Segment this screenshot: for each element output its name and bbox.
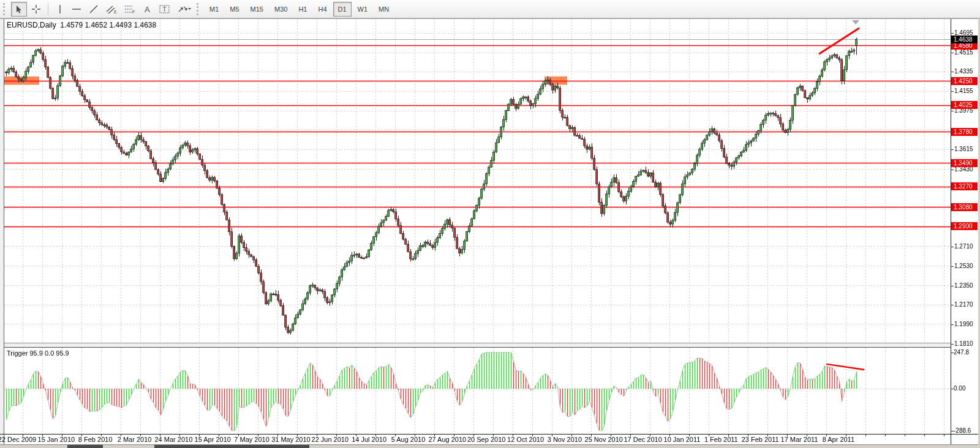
timeframe-w1-button[interactable]: W1	[353, 2, 373, 17]
chart-canvas[interactable]	[0, 0, 980, 448]
text-icon: A	[143, 4, 152, 14]
cursor-icon	[14, 4, 24, 14]
price-tick-label: 1.4515	[954, 49, 973, 56]
bid-price-label: 1.4638	[951, 35, 978, 43]
svg-text:F: F	[132, 10, 135, 14]
price-tick-label: 1.2170	[954, 301, 973, 308]
svg-text:E: E	[114, 10, 117, 14]
timeframe-d1-button[interactable]: D1	[333, 2, 352, 17]
indicator-title: Trigger 95.9 0.0 95.9	[7, 349, 69, 357]
price-tick-label: 1.2530	[954, 263, 973, 269]
vertical-line-tool-button[interactable]	[52, 2, 67, 17]
level-price-label: 1.4025	[951, 101, 978, 109]
level-price-label: 1.3780	[951, 128, 978, 136]
price-tick-label: 1.4155	[954, 88, 973, 94]
fibonacci-tool-button[interactable]: F	[121, 2, 138, 17]
timeframe-m30-button[interactable]: M30	[270, 2, 292, 17]
price-tick-label: 1.2350	[954, 282, 973, 289]
text-label-tool-button[interactable]: T	[156, 2, 173, 17]
indicator-tick-label: 247.8	[954, 349, 969, 356]
level-price-label: 1.2900	[951, 222, 978, 230]
indicator-tick-label: -288.6	[954, 427, 971, 434]
price-tick-label: 1.3615	[954, 146, 973, 152]
equidistant-channel-tool-button[interactable]: E	[103, 2, 120, 17]
timeframes-group: M1M5M15M30H1H4D1W1MN	[204, 2, 394, 17]
timeframe-mn-button[interactable]: MN	[374, 2, 394, 17]
arrows-tool-button[interactable]	[175, 2, 194, 17]
price-tick-label: 1.1810	[954, 340, 973, 347]
arrows-icon	[178, 4, 191, 14]
date-tick-label: 8 Apr 2011	[812, 436, 865, 443]
level-price-label: 1.3490	[951, 159, 978, 167]
level-price-label: 1.4250	[951, 77, 978, 85]
svg-text:A: A	[145, 5, 150, 14]
equidistant-channel-icon: E	[106, 4, 117, 14]
timeframe-h4-button[interactable]: H4	[313, 2, 331, 17]
price-tick-label: 1.1990	[954, 321, 973, 327]
timeframe-m15-button[interactable]: M15	[246, 2, 268, 17]
text-tool-button[interactable]: A	[140, 2, 155, 17]
toolbar-grip[interactable]	[3, 3, 7, 15]
chart-shift-marker-icon[interactable]	[852, 20, 859, 24]
fibonacci-icon: F	[124, 4, 135, 14]
crosshair-tool-button[interactable]	[28, 2, 44, 17]
level-price-label: 1.3270	[951, 182, 978, 190]
drawing-tools-group: EFAT	[10, 2, 195, 17]
text-label-icon: T	[159, 4, 170, 14]
svg-text:T: T	[163, 6, 167, 13]
window-bottom-edge	[0, 445, 980, 448]
toolbar: EFAT M1M5M15M30H1H4D1W1MN	[0, 0, 980, 18]
price-tick-label: 1.4335	[954, 68, 973, 75]
ohlc-values: 1.4579 1.4652 1.4493 1.4638	[60, 21, 156, 29]
bottom-edge-segment	[67, 445, 103, 448]
timeframe-m1-button[interactable]: M1	[205, 2, 224, 17]
chart-title: EURUSD,Daily 1.4579 1.4652 1.4493 1.4638	[7, 21, 156, 29]
indicator-tick-label: 0.00	[954, 385, 965, 392]
cursor-tool-button[interactable]	[11, 2, 27, 17]
timeframe-h1-button[interactable]: H1	[293, 2, 312, 17]
price-tick-label: 1.2710	[954, 243, 973, 250]
crosshair-icon	[31, 4, 41, 14]
symbol-title: EURUSD,Daily	[7, 21, 56, 29]
toolbar-grip-2[interactable]	[197, 3, 200, 15]
trendline-icon	[89, 4, 99, 14]
timeframe-m5-button[interactable]: M5	[225, 2, 244, 17]
trendline-tool-button[interactable]	[86, 2, 102, 17]
level-price-label: 1.3080	[951, 203, 978, 211]
vertical-line-icon	[56, 4, 64, 14]
bottom-edge-segment	[154, 445, 309, 448]
horizontal-line-icon	[72, 4, 81, 14]
horizontal-line-tool-button[interactable]	[69, 2, 85, 17]
